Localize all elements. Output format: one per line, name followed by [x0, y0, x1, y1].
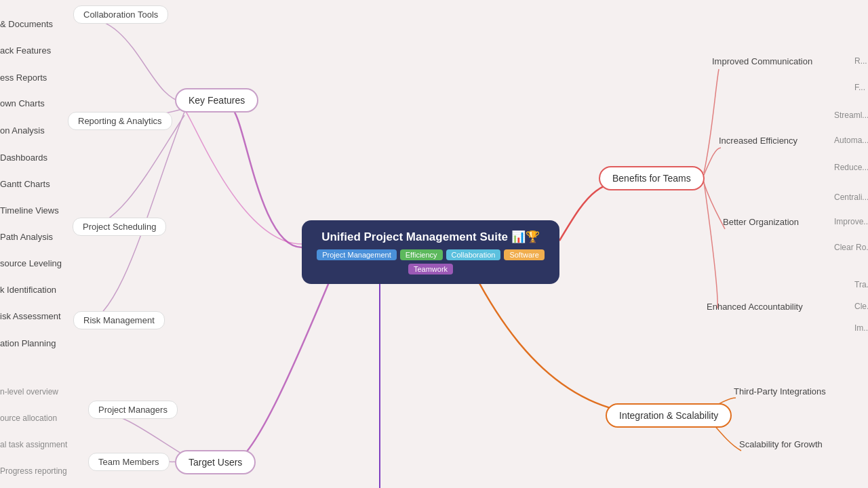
enhanced-accountability-label: Enhanced Accountability	[707, 302, 803, 312]
right-leaf-f1: F...	[854, 83, 865, 92]
risk-management-label: Risk Management	[83, 315, 155, 325]
increased-efficiency-label: Increased Efficiency	[719, 136, 797, 146]
project-managers-node[interactable]: Project Managers	[88, 401, 178, 419]
improved-communication-label: Improved Communication	[712, 56, 812, 66]
key-features-node[interactable]: Key Features	[175, 88, 258, 113]
tag-collaboration: Collaboration	[446, 249, 501, 260]
benefits-node[interactable]: Benefits for Teams	[599, 166, 705, 190]
center-node[interactable]: Unified Project Management Suite 📊🏆 Proj…	[302, 220, 559, 284]
reporting-analytics-label: Reporting & Analytics	[78, 116, 162, 126]
better-organization-label: Better Organization	[723, 217, 799, 227]
left-leaf-breakdown-charts: own Charts	[0, 98, 45, 108]
target-leaf-task: al task assignment	[0, 440, 67, 449]
team-members-label: Team Members	[98, 457, 159, 467]
right-leaf-im: Im...	[854, 323, 868, 333]
integration-label: Integration & Scalability	[619, 410, 718, 421]
left-leaf-gantt-charts: Gantt Charts	[0, 179, 50, 189]
right-leaf-r1: R...	[854, 56, 867, 66]
tag-efficiency: Efficiency	[400, 249, 443, 260]
tag-project-management: Project Management	[317, 249, 397, 260]
key-features-label: Key Features	[189, 95, 245, 106]
left-leaf-progress-reports: ess Reports	[0, 73, 47, 83]
left-leaf-risk-identification: k Identification	[0, 285, 56, 295]
team-members-node[interactable]: Team Members	[88, 453, 170, 471]
right-leaf-centrali: Centrali...	[834, 192, 868, 202]
target-users-node[interactable]: Target Users	[175, 450, 256, 474]
mindmap-canvas: Unified Project Management Suite 📊🏆 Proj…	[0, 0, 868, 488]
left-leaf-track-features: ack Features	[0, 45, 51, 56]
right-leaf-streaml: Streaml...	[834, 110, 868, 120]
target-users-label: Target Users	[189, 457, 242, 468]
left-leaf-on-analysis: on Analysis	[0, 125, 45, 136]
right-leaf-improve: Improve...	[834, 217, 868, 226]
left-leaf-risk-assessment: isk Assessment	[0, 311, 61, 321]
right-leaf-reduce: Reduce...	[834, 163, 868, 172]
benefits-label: Benefits for Teams	[612, 173, 691, 184]
left-leaf-resource-leveling: source Leveling	[0, 258, 62, 268]
project-scheduling-node[interactable]: Project Scheduling	[73, 218, 166, 236]
third-party-integrations-label: Third-Party Integrations	[734, 386, 826, 396]
left-leaf-documents: & Documents	[0, 19, 53, 29]
reporting-analytics-node[interactable]: Reporting & Analytics	[68, 112, 172, 130]
project-scheduling-label: Project Scheduling	[83, 222, 156, 232]
target-leaf-progress: Progress reporting	[0, 466, 67, 476]
right-leaf-cle: Cle...	[854, 302, 868, 311]
left-leaf-dashboards: Dashboards	[0, 152, 47, 163]
target-leaf-overview: n-level overview	[0, 387, 58, 396]
integration-node[interactable]: Integration & Scalability	[606, 403, 732, 428]
left-leaf-timeline-views: Timeline Views	[0, 205, 59, 216]
target-leaf-resource: ource allocation	[0, 413, 57, 423]
left-leaf-path-analysis: Path Analysis	[0, 232, 53, 242]
right-leaf-tra: Tra...	[854, 280, 868, 289]
collaboration-tools-node[interactable]: Collaboration Tools	[73, 5, 168, 24]
center-tags: Project Management Efficiency Collaborat…	[317, 249, 545, 274]
right-leaf-clear-ro: Clear Ro...	[834, 243, 868, 252]
collaboration-tools-label: Collaboration Tools	[83, 9, 158, 20]
risk-management-node[interactable]: Risk Management	[73, 311, 165, 329]
scalability-growth-label: Scalability for Growth	[739, 439, 823, 449]
tag-teamwork: Teamwork	[408, 264, 453, 274]
right-leaf-automa: Automa...	[834, 136, 868, 145]
center-title: Unified Project Management Suite 📊🏆	[317, 230, 545, 244]
left-leaf-migration-planning: ation Planning	[0, 338, 56, 348]
project-managers-label: Project Managers	[98, 405, 167, 415]
tag-software: Software	[504, 249, 544, 260]
